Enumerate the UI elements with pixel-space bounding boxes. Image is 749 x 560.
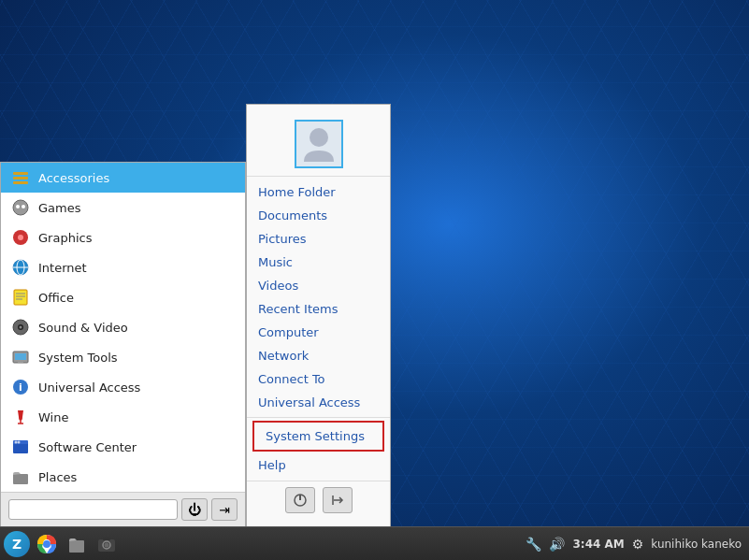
svg-rect-0: [13, 172, 28, 175]
svg-rect-19: [15, 353, 26, 360]
system-tools-icon: [10, 347, 31, 367]
menu-divider: [247, 417, 390, 418]
places-music[interactable]: Music: [247, 251, 390, 274]
taskbar-username: kunihiko kaneko: [651, 538, 742, 551]
menu-item-graphics[interactable]: Graphics: [1, 223, 245, 252]
places-recent-items[interactable]: Recent Items: [247, 297, 390, 321]
internet-label: Internet: [38, 261, 87, 275]
menu-item-games[interactable]: Games: [1, 193, 245, 223]
universal-access-label: Universal Access: [38, 381, 140, 395]
menu-left-panel: Accessories Games Graphics: [1, 163, 245, 492]
svg-point-17: [20, 326, 22, 329]
shutdown-button[interactable]: [285, 487, 315, 513]
internet-icon: [10, 257, 31, 278]
system-tools-label: System Tools: [38, 351, 118, 365]
places-network[interactable]: Network: [247, 344, 390, 367]
svg-point-30: [310, 128, 328, 147]
logout-button[interactable]: ⇥: [211, 498, 238, 521]
office-label: Office: [38, 291, 74, 305]
menu-item-internet[interactable]: Internet: [1, 252, 245, 282]
places-documents[interactable]: Documents: [247, 204, 390, 227]
svg-point-4: [16, 205, 20, 208]
places-videos[interactable]: Videos: [247, 274, 390, 297]
svg-rect-37: [69, 540, 84, 553]
search-input[interactable]: [8, 499, 178, 520]
menu-action-buttons: [247, 481, 390, 519]
svg-rect-41: [103, 538, 110, 540]
svg-rect-1: [13, 177, 28, 179]
svg-rect-29: [13, 474, 28, 484]
taskbar-files-icon[interactable]: [64, 531, 90, 557]
software-center-label: Software Center: [38, 440, 137, 454]
svg-rect-20: [18, 361, 23, 363]
svg-point-3: [13, 200, 28, 215]
volume-icon[interactable]: 🔊: [549, 537, 565, 552]
menu-item-universal-access[interactable]: i Universal Access: [1, 372, 245, 402]
taskbar: Z: [0, 526, 749, 560]
menu-item-wine[interactable]: Wine: [1, 402, 245, 432]
taskbar-browser-icon[interactable]: [34, 531, 60, 557]
graphics-icon: [10, 227, 31, 248]
menu-item-accessories[interactable]: Accessories: [1, 163, 245, 193]
office-icon: [10, 287, 31, 308]
universal-access-icon: i: [10, 377, 31, 397]
places-system-settings[interactable]: System Settings: [252, 421, 384, 452]
wrench-icon: 🔧: [526, 537, 541, 552]
places-connect-to[interactable]: Connect To: [247, 367, 390, 391]
menu-item-sound-video[interactable]: Sound & Video: [1, 312, 245, 342]
taskbar-settings-icon[interactable]: ⚙: [632, 537, 644, 552]
power-button[interactable]: ⏻: [181, 498, 208, 521]
sound-video-label: Sound & Video: [38, 321, 128, 335]
games-label: Games: [38, 201, 80, 215]
svg-rect-2: [13, 181, 28, 184]
taskbar-camera-icon[interactable]: [94, 531, 120, 557]
menu-item-office[interactable]: Office: [1, 282, 245, 312]
start-menu: Accessories Games Graphics: [0, 162, 246, 526]
svg-point-5: [22, 205, 25, 208]
graphics-label: Graphics: [38, 231, 92, 245]
wine-icon: [10, 407, 31, 427]
places-universal-access[interactable]: Universal Access: [247, 391, 390, 414]
svg-text:i: i: [19, 381, 22, 394]
places-label: Places: [38, 470, 77, 484]
svg-point-7: [18, 235, 23, 240]
svg-point-27: [15, 441, 18, 444]
accessories-icon: [10, 167, 31, 188]
svg-point-36: [43, 540, 50, 548]
places-computer[interactable]: Computer: [247, 321, 390, 344]
taskbar-right: 🔧 🔊 3:44 AM ⚙ kunihiko kaneko: [526, 537, 749, 552]
software-center-icon: [10, 437, 31, 457]
svg-rect-11: [14, 290, 27, 305]
games-icon: [10, 197, 31, 218]
places-help[interactable]: Help: [247, 453, 390, 477]
svg-point-40: [105, 542, 109, 547]
user-avatar-area: [247, 112, 390, 177]
menu-item-system-tools[interactable]: System Tools: [1, 342, 245, 372]
avatar: [295, 120, 343, 168]
places-icon: [10, 467, 31, 487]
taskbar-time: 3:44 AM: [572, 538, 624, 551]
taskbar-left: Z: [0, 531, 120, 557]
menu-item-places[interactable]: Places: [1, 462, 245, 492]
places-home-folder[interactable]: Home Folder: [247, 180, 390, 204]
taskbar-menu-button[interactable]: Z: [4, 531, 30, 557]
logout-button-right[interactable]: [323, 487, 353, 513]
sound-video-icon: [10, 317, 31, 337]
svg-point-28: [18, 441, 21, 444]
wine-label: Wine: [38, 410, 68, 424]
menu-item-software-center[interactable]: Software Center: [1, 432, 245, 462]
accessories-label: Accessories: [38, 171, 109, 185]
places-panel: Home Folder Documents Pictures Music Vid…: [246, 104, 391, 526]
places-pictures[interactable]: Pictures: [247, 227, 390, 251]
menu-search-bar: ⏻ ⇥: [1, 492, 245, 526]
